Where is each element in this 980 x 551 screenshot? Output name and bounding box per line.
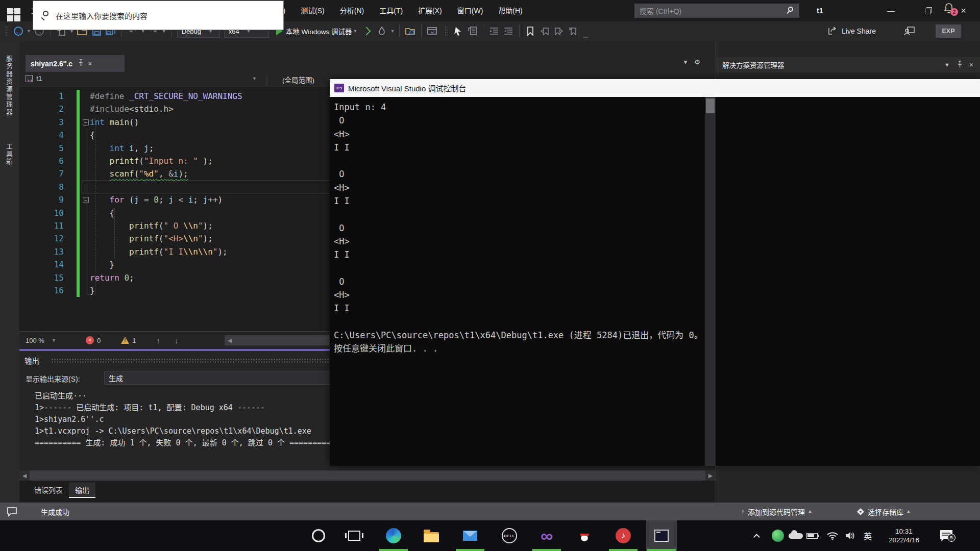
- line-number[interactable]: 3: [19, 116, 64, 129]
- experimental-badge[interactable]: EXP: [936, 24, 961, 38]
- code-token[interactable]: "<H>: [164, 234, 184, 243]
- menu-item[interactable]: 帮助(H): [491, 0, 530, 21]
- line-number[interactable]: 9: [19, 193, 64, 206]
- toolbar-grip[interactable]: [5, 26, 8, 36]
- solution-explorer-title[interactable]: 解决方案资源管理器 ▼ ×: [716, 57, 980, 72]
- dell-icon[interactable]: DELL: [494, 520, 525, 551]
- code-token[interactable]: printf: [129, 247, 159, 257]
- code-token[interactable]: &: [168, 169, 174, 179]
- code-token[interactable]: [90, 260, 110, 269]
- code-token[interactable]: printf: [129, 234, 159, 243]
- warning-count[interactable]: 1: [132, 337, 136, 344]
- sidebar-tab-toolbox[interactable]: 工具箱: [4, 143, 14, 166]
- code-token[interactable]: j: [144, 143, 149, 153]
- volume-icon[interactable]: [844, 520, 856, 551]
- select-repository-button[interactable]: 选择存储库 ▲: [856, 503, 911, 520]
- fold-collapse-icon[interactable]: −: [83, 197, 89, 203]
- next-bookmark-icon[interactable]: [552, 24, 566, 38]
- notifications-bell-icon[interactable]: 2: [943, 2, 954, 16]
- file-explorer-icon[interactable]: [416, 520, 447, 551]
- window-layout-icon[interactable]: [426, 24, 439, 38]
- code-token[interactable]: {: [110, 208, 115, 218]
- line-number[interactable]: 8: [19, 181, 64, 193]
- line-number[interactable]: 15: [19, 271, 64, 284]
- add-to-source-control-button[interactable]: ↑ 添加到源代码管理 ▲: [741, 503, 812, 520]
- code-token[interactable]: int: [110, 143, 125, 153]
- code-token[interactable]: ;: [193, 195, 203, 205]
- line-number[interactable]: 12: [19, 232, 64, 245]
- code-token[interactable]: printf: [110, 156, 139, 166]
- code-text[interactable]: int i, j;: [90, 142, 154, 155]
- code-token[interactable]: ,: [159, 169, 168, 179]
- code-token[interactable]: (: [139, 156, 144, 166]
- menu-item[interactable]: 工具(T): [372, 0, 410, 21]
- code-token[interactable]: i: [174, 169, 179, 179]
- qq-icon[interactable]: [569, 520, 600, 551]
- sidebar-tab-server-explorer[interactable]: 服务器资源管理器: [4, 55, 14, 116]
- code-token[interactable]: =: [139, 195, 154, 205]
- taskbar-clock[interactable]: 10:312022/4/16: [881, 520, 927, 551]
- active-files-chevron-icon[interactable]: ▾: [684, 58, 688, 66]
- code-token[interactable]: "Input n: ": [144, 156, 198, 166]
- console-title-bar[interactable]: C:\ Microsoft Visual Studio 调试控制台: [330, 79, 980, 97]
- minimize-button[interactable]: —: [879, 0, 903, 21]
- code-text[interactable]: {: [90, 207, 114, 219]
- code-token[interactable]: [90, 156, 110, 166]
- running-indicator[interactable]: [532, 549, 561, 551]
- code-token[interactable]: ++: [208, 195, 217, 205]
- indent-guide[interactable]: [87, 128, 87, 294]
- zoom-dropdown[interactable]: 100 %▼: [19, 337, 65, 344]
- code-token[interactable]: [90, 169, 110, 179]
- menu-item[interactable]: 扩展(X): [410, 0, 450, 21]
- visual-studio-icon[interactable]: ∞: [531, 520, 562, 551]
- running-indicator[interactable]: [456, 549, 484, 551]
- code-text[interactable]: printf("Input n: " );: [90, 155, 213, 167]
- fold-bracket-elbow[interactable]: [87, 294, 91, 294]
- code-token[interactable]: [90, 234, 129, 243]
- menu-item[interactable]: 窗口(W): [450, 0, 491, 21]
- tray-app-icon[interactable]: [772, 520, 784, 551]
- code-text[interactable]: return 0;: [90, 271, 134, 284]
- indent-guide[interactable]: [114, 208, 115, 258]
- line-number[interactable]: 2: [19, 103, 64, 115]
- code-token[interactable]: <: [174, 195, 188, 205]
- onedrive-cloud-icon[interactable]: [789, 520, 803, 551]
- previous-bookmark-icon[interactable]: [538, 24, 551, 38]
- code-text[interactable]: printf(" O \\n");: [90, 219, 213, 232]
- code-token[interactable]: return: [90, 273, 119, 283]
- code-token[interactable]: j: [134, 195, 139, 205]
- code-token[interactable]: (: [159, 234, 164, 243]
- code-token[interactable]: \\n: [198, 247, 213, 257]
- scroll-right-icon[interactable]: ▶: [705, 470, 716, 481]
- code-token[interactable]: [119, 273, 125, 283]
- clear-bookmarks-icon[interactable]: [567, 24, 580, 38]
- code-token[interactable]: \\n: [183, 234, 198, 243]
- code-token[interactable]: j: [203, 195, 208, 205]
- line-number[interactable]: 6: [19, 155, 64, 167]
- code-token[interactable]: {: [90, 130, 95, 140]
- code-token[interactable]: #include: [90, 104, 129, 114]
- line-number[interactable]: 10: [19, 207, 64, 219]
- code-token[interactable]: _CRT_SECURE_NO_WARNINGS: [129, 91, 242, 101]
- code-token[interactable]: ,: [134, 143, 144, 153]
- build-output-text[interactable]: 已启动生成··· 1>------ 已启动生成: 项目: t1, 配置: Deb…: [35, 390, 335, 449]
- code-token[interactable]: #define: [90, 91, 129, 101]
- line-number[interactable]: 7: [19, 167, 64, 180]
- code-token[interactable]: [124, 143, 129, 153]
- code-token[interactable]: ;: [159, 195, 168, 205]
- indent-decrease-icon[interactable]: [487, 24, 501, 38]
- scroll-left-icon[interactable]: ◀: [19, 470, 30, 481]
- profiler-flame-icon[interactable]: [375, 24, 388, 38]
- task-view-button[interactable]: [339, 520, 370, 551]
- code-token[interactable]: [90, 143, 110, 153]
- battery-icon[interactable]: [806, 520, 818, 551]
- document-tab[interactable]: shiyan2.6''.c ×: [26, 55, 125, 72]
- code-token[interactable]: ;: [129, 273, 134, 283]
- code-text[interactable]: }: [90, 258, 114, 271]
- code-text[interactable]: {: [90, 129, 95, 141]
- selection-cursor-icon[interactable]: [451, 24, 464, 38]
- code-token[interactable]: \\n: [183, 247, 198, 257]
- code-token[interactable]: (: [159, 247, 164, 257]
- code-text[interactable]: printf("I I\\n\\n");: [90, 245, 228, 258]
- code-token[interactable]: ": [198, 234, 203, 243]
